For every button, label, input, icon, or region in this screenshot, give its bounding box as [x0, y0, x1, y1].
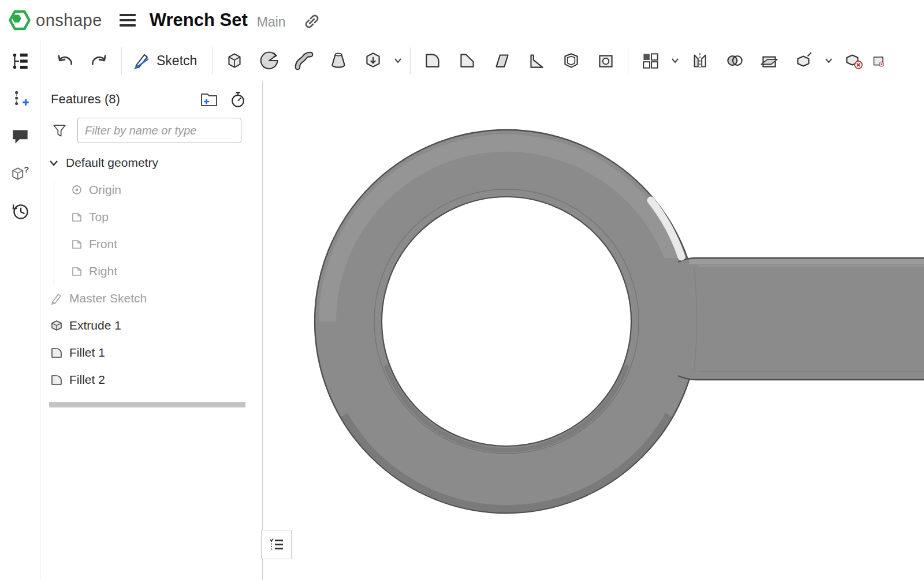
- feature-label: Fillet 1: [69, 346, 105, 360]
- feature-label: Fillet 2: [69, 373, 105, 387]
- feature-toolbar: Sketch: [40, 40, 924, 81]
- create-folder-button[interactable]: [199, 90, 219, 108]
- sweep-button[interactable]: [286, 44, 321, 77]
- feature-label: Right: [89, 264, 117, 278]
- rib-icon: [526, 50, 547, 71]
- toolbar-divider: [121, 47, 122, 74]
- feature-filter-input[interactable]: [77, 118, 241, 143]
- onshape-logo: [8, 9, 31, 32]
- hamburger-menu-icon[interactable]: [120, 12, 138, 29]
- part-help-rail-button[interactable]: ?: [8, 162, 33, 185]
- tree-item-front-plane[interactable]: Front: [40, 230, 262, 257]
- redo-button[interactable]: [82, 44, 117, 77]
- draft-button[interactable]: [485, 44, 519, 77]
- chevron-down-icon: [670, 55, 680, 66]
- svg-text:?: ?: [24, 165, 29, 174]
- chamfer-button[interactable]: [450, 44, 485, 77]
- tree-item-extrude-1[interactable]: Extrude 1: [40, 312, 262, 339]
- boolean-icon: [724, 50, 745, 71]
- rib-button[interactable]: [519, 44, 554, 77]
- revolve-button[interactable]: [252, 44, 286, 77]
- undo-icon: [54, 50, 75, 71]
- transform-dropdown[interactable]: [821, 44, 836, 77]
- graphics-viewport[interactable]: [263, 81, 924, 580]
- app-name: onshape: [36, 11, 102, 30]
- plane-icon: [70, 211, 83, 223]
- tree-item-master-sketch[interactable]: Master Sketch: [40, 285, 262, 312]
- sweep-icon: [293, 50, 314, 71]
- horizontal-scrollbar[interactable]: [49, 402, 245, 407]
- document-title: Wrench Set: [150, 10, 248, 31]
- chevron-down-icon: [824, 55, 834, 66]
- split-icon: [759, 50, 780, 71]
- tree-item-top-plane[interactable]: Top: [40, 203, 262, 230]
- delete-part-icon: [843, 50, 864, 71]
- feature-label: Extrude 1: [69, 319, 121, 332]
- mirror-button[interactable]: [683, 44, 717, 77]
- chamfer-icon: [457, 50, 478, 71]
- clipped-toolbar-button[interactable]: [871, 44, 886, 77]
- feature-list-rail-button[interactable]: [8, 50, 33, 73]
- extrude-button[interactable]: [217, 44, 252, 77]
- thicken-button[interactable]: [356, 44, 390, 77]
- transform-button[interactable]: [787, 44, 821, 77]
- feature-label: Top: [89, 210, 109, 224]
- create-folder-icon: [199, 91, 219, 108]
- tree-group-default-geometry[interactable]: Default geometry: [40, 149, 262, 176]
- sketch-feature-icon: [50, 291, 64, 305]
- fillet-button[interactable]: [415, 44, 450, 77]
- loft-button[interactable]: [321, 44, 356, 77]
- toolbar-divider: [212, 47, 213, 74]
- linear-pattern-button[interactable]: [633, 44, 668, 77]
- linear-pattern-icon: [640, 50, 661, 71]
- thicken-dropdown[interactable]: [390, 44, 405, 77]
- clipped-toolbar-icon: [871, 50, 886, 71]
- workspace-name[interactable]: Main: [257, 14, 286, 30]
- features-panel-title: Features (8): [51, 92, 191, 107]
- sketch-button[interactable]: Sketch: [126, 44, 207, 77]
- chevron-down-icon[interactable]: [47, 156, 60, 169]
- chevron-down-icon: [393, 55, 403, 66]
- boolean-button[interactable]: [717, 44, 752, 77]
- share-link-icon[interactable]: [302, 12, 322, 31]
- draft-icon: [491, 50, 512, 71]
- plane-icon: [70, 265, 83, 278]
- comments-rail-button[interactable]: [8, 125, 33, 148]
- history-icon: [10, 201, 31, 222]
- pattern-dropdown[interactable]: [668, 44, 683, 77]
- delete-part-button[interactable]: [836, 44, 871, 77]
- shell-button[interactable]: [554, 44, 588, 77]
- features-panel: Features (8) Default g: [40, 81, 263, 580]
- undo-button[interactable]: [47, 44, 82, 77]
- feature-list-toggle-button[interactable]: [261, 530, 292, 559]
- features-panel-header: Features (8): [40, 81, 262, 108]
- tree-item-fillet-2[interactable]: Fillet 2: [40, 366, 262, 393]
- stopwatch-button[interactable]: [228, 90, 248, 108]
- tree-guide-line: [54, 182, 54, 285]
- tree-item-right-plane[interactable]: Right: [40, 257, 262, 285]
- left-icon-rail: ?: [0, 40, 40, 580]
- redo-icon: [89, 50, 110, 71]
- part-help-icon: ?: [10, 163, 31, 184]
- fillet-feature-icon: [50, 346, 64, 360]
- fillet-feature-icon: [50, 373, 64, 387]
- history-rail-button[interactable]: [8, 200, 33, 223]
- transform-icon: [793, 50, 814, 71]
- wrench-handle: [644, 258, 924, 380]
- filter-funnel-icon[interactable]: [51, 122, 68, 139]
- topbar: onshape Wrench Set Main: [0, 0, 924, 40]
- extrude-icon: [224, 50, 245, 71]
- feature-label: Front: [89, 237, 117, 251]
- feature-label: Origin: [89, 183, 121, 197]
- sketch-icon: [131, 51, 151, 70]
- plane-icon: [70, 238, 83, 250]
- sketch-button-label: Sketch: [157, 53, 197, 69]
- split-button[interactable]: [752, 44, 787, 77]
- tree-item-fillet-1[interactable]: Fillet 1: [40, 339, 262, 366]
- tree-item-origin[interactable]: Origin: [40, 176, 262, 203]
- thicken-icon: [363, 50, 383, 71]
- feature-label: Master Sketch: [69, 291, 147, 305]
- hole-button[interactable]: [588, 44, 623, 77]
- configurations-rail-button[interactable]: [8, 87, 33, 110]
- wrench-model: [263, 81, 924, 580]
